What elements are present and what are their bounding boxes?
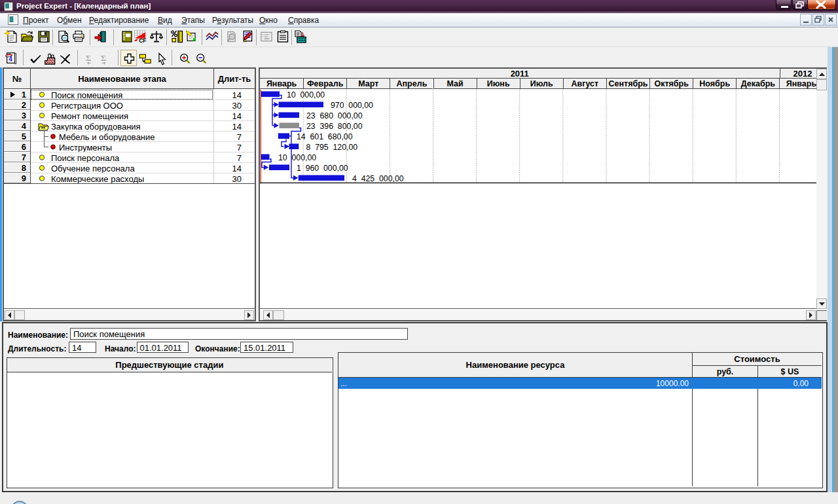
svg-text:CF: CF <box>139 37 146 43</box>
svg-text:Σ: Σ <box>100 53 105 62</box>
svg-text:4: 4 <box>9 56 12 63</box>
svg-text:Σ: Σ <box>85 53 90 62</box>
